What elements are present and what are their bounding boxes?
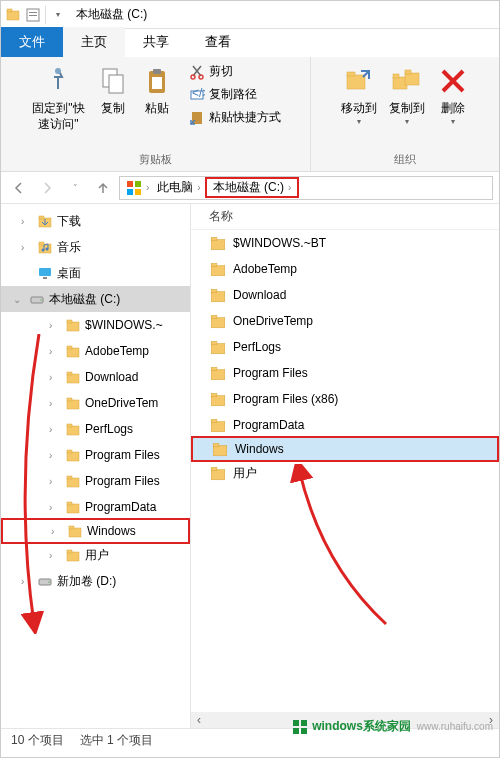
list-item[interactable]: PerfLogs [191,334,499,360]
folder-icon [65,547,81,563]
pin-label: 固定到"快 速访问" [32,101,84,132]
pin-to-quick-access-button[interactable]: 固定到"快 速访问" [26,61,90,136]
tree-label: Program Files [85,474,160,488]
list-item[interactable]: Program Files (x86) [191,386,499,412]
expand-icon[interactable]: › [49,372,61,383]
paste-button[interactable]: 粘贴 [135,61,179,136]
tree-item[interactable]: ›Download [1,364,190,390]
svg-text:</>: </> [192,87,205,100]
tree-item[interactable]: ›OneDriveTem [1,390,190,416]
tree-item-drive-d[interactable]: › 新加卷 (D:) [1,568,190,594]
tree-item[interactable]: ›$WINDOWS.~ [1,312,190,338]
svg-rect-71 [211,393,217,396]
expand-icon[interactable]: › [49,320,61,331]
expand-icon[interactable]: › [49,346,61,357]
svg-rect-52 [69,528,81,537]
tree-item-drive-c[interactable]: ⌄ 本地磁盘 (C:) [1,286,190,312]
expand-icon[interactable]: › [49,398,61,409]
copy-path-label: 复制路径 [209,86,257,103]
svg-point-12 [199,75,203,79]
desktop-icon [37,265,53,281]
svg-rect-78 [293,720,299,726]
copy-path-button[interactable]: </> 复制路径 [185,84,285,105]
crumb-root[interactable]: › [122,180,153,196]
up-button[interactable] [91,176,115,200]
tab-file[interactable]: 文件 [1,27,63,57]
tree-item[interactable]: ›ProgramData [1,494,190,520]
svg-rect-80 [293,728,299,734]
svg-rect-7 [109,75,123,93]
tree-label: ProgramData [85,500,156,514]
item-name: AdobeTemp [233,262,297,276]
qat-dropdown-icon[interactable]: ▾ [50,7,66,23]
expand-icon[interactable]: › [49,550,61,561]
move-to-label: 移动到 [341,101,377,117]
window-title: 本地磁盘 (C:) [76,6,147,23]
qat-properties-icon[interactable] [25,7,41,23]
list-item[interactable]: OneDriveTemp [191,308,499,334]
tab-share[interactable]: 共享 [125,27,187,57]
svg-point-5 [55,68,61,74]
column-header-name[interactable]: 名称 [191,204,499,230]
svg-rect-49 [67,476,72,479]
tree-item[interactable]: ›Windows [1,518,190,544]
back-button[interactable] [7,176,31,200]
item-count: 10 个项目 [11,732,64,749]
tree-item-desktop[interactable]: 桌面 [1,260,190,286]
tree-label: Download [85,370,138,384]
tree-item[interactable]: ›AdobeTemp [1,338,190,364]
list-item[interactable]: Download [191,282,499,308]
move-to-button[interactable]: 移动到 ▾ [335,61,383,131]
expand-icon[interactable]: › [51,526,63,537]
tree-item[interactable]: ›Program Files [1,468,190,494]
file-list: 名称 $WINDOWS.~BTAdobeTempDownloadOneDrive… [191,204,499,728]
list-item[interactable]: Windows [191,436,499,462]
list-item[interactable]: $WINDOWS.~BT [191,230,499,256]
expand-icon[interactable]: › [21,216,33,227]
collapse-icon[interactable]: ⌄ [13,294,25,305]
crumb-drive-c[interactable]: 本地磁盘 (C:) › [205,177,300,198]
list-item[interactable]: 用户 [191,460,499,486]
chevron-right-icon: › [288,182,291,193]
scroll-left-icon[interactable]: ‹ [191,712,207,728]
svg-rect-46 [67,452,79,461]
tab-home[interactable]: 主页 [63,27,125,57]
list-item[interactable]: Program Files [191,360,499,386]
system-menu-icon[interactable] [5,7,21,23]
copy-to-button[interactable]: 复制到 ▾ [383,61,431,131]
expand-icon[interactable]: › [21,242,33,253]
tree-item[interactable]: ›PerfLogs [1,416,190,442]
svg-rect-4 [29,15,37,16]
tree-item[interactable]: ›用户 [1,542,190,568]
cut-button[interactable]: 剪切 [185,61,285,82]
paste-shortcut-button[interactable]: 粘贴快捷方式 [185,107,285,128]
svg-rect-69 [211,367,217,370]
tree-label: 桌面 [57,265,81,282]
expand-icon[interactable]: › [21,576,33,587]
tree-item-downloads[interactable]: › 下载 [1,208,190,234]
tree-label: $WINDOWS.~ [85,318,163,332]
forward-button[interactable] [35,176,59,200]
folder-icon [65,343,81,359]
crumb-this-pc[interactable]: 此电脑 › [153,179,204,196]
expand-icon[interactable]: › [49,476,61,487]
tab-view[interactable]: 查看 [187,27,249,57]
drive-icon [29,291,45,307]
expand-icon[interactable]: › [49,450,61,461]
breadcrumb-bar[interactable]: › 此电脑 › 本地磁盘 (C:) › [119,176,493,200]
recent-dropdown[interactable]: ˅ [63,176,87,200]
expand-icon[interactable]: › [49,502,61,513]
list-item[interactable]: AdobeTemp [191,256,499,282]
copy-button[interactable]: 复制 [91,61,135,136]
expand-icon[interactable]: › [49,424,61,435]
svg-rect-65 [211,315,217,318]
list-item[interactable]: ProgramData [191,412,499,438]
item-name: Download [233,288,286,302]
tree-item-music[interactable]: › 音乐 [1,234,190,260]
paste-shortcut-label: 粘贴快捷方式 [209,109,281,126]
delete-button[interactable]: 删除 ▾ [431,61,475,131]
svg-rect-9 [153,69,161,74]
folder-icon [65,317,81,333]
tree-item[interactable]: ›Program Files [1,442,190,468]
svg-rect-68 [211,370,225,380]
